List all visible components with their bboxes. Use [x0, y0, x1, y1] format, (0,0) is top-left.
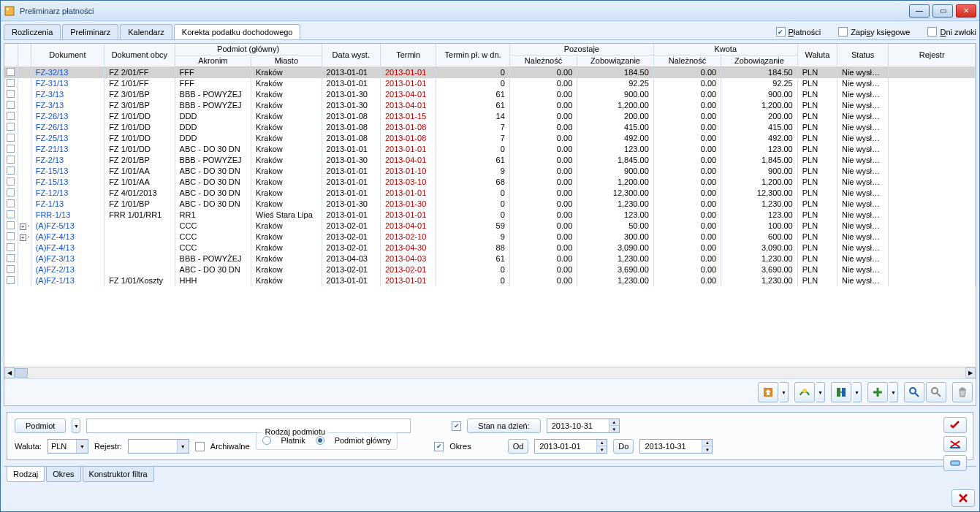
maximize-button[interactable]: ▭ — [932, 4, 953, 18]
table-row[interactable]: FZ-15/13FZ 1/01/AAABC - DO 30 DNKrakow20… — [4, 166, 976, 177]
checkbox-zapisy[interactable] — [838, 27, 848, 37]
close-button[interactable]: ✕ — [956, 4, 976, 18]
col-akronim[interactable]: Akronim — [175, 56, 251, 67]
tab-rozliczenia[interactable]: Rozliczenia — [4, 24, 61, 39]
checkbox-platnosci[interactable]: ✔ — [776, 27, 786, 37]
col-dok-obcy[interactable]: Dokument obcy — [105, 44, 175, 67]
col-k-naleznosc[interactable]: Należność — [653, 56, 721, 67]
preliminarz-window: Preliminarz płatności — ▭ ✕ Rozliczenia … — [0, 0, 980, 512]
scroll-right[interactable]: ▶ — [965, 367, 976, 378]
btab-okres[interactable]: Okres — [46, 467, 80, 482]
action-ksieguj-dd[interactable]: ▼ — [780, 382, 789, 402]
checkbox-zwloki[interactable] — [927, 27, 937, 37]
action-link-button[interactable] — [831, 382, 851, 402]
col-podmiot-grp[interactable]: Podmiot (główny) — [175, 44, 322, 56]
od-button[interactable]: Od — [508, 439, 529, 454]
zoom2-button[interactable] — [926, 382, 946, 402]
waluta-label: Waluta: — [15, 442, 42, 451]
svg-point-3 — [802, 389, 807, 393]
archiwalne-label: Archiwalne — [210, 442, 250, 451]
action-reconcile-dd[interactable]: ▼ — [816, 382, 825, 402]
col-p-naleznosc[interactable]: Należność — [509, 56, 577, 67]
rodzaj-podmiotu-group: Rodzaj podmiotu Płatnik Podmiot główny — [256, 432, 398, 450]
table-row[interactable]: (A)FZ-2/13ABC - DO 30 DNKrakow2013-02-01… — [4, 264, 976, 275]
table-row[interactable]: FZ-3/13FZ 3/01/BPBBB - POWYŻEJKraków2013… — [4, 100, 976, 111]
table-row[interactable]: (A)FZ-3/13BBB - POWYŻEJKraków2013-04-032… — [4, 253, 976, 264]
svg-point-6 — [910, 388, 916, 394]
radio-platnik[interactable] — [262, 436, 271, 445]
do-date[interactable]: 2013-10-31▲▼ — [639, 439, 713, 454]
stan-na-date[interactable]: 2013-10-31▲▼ — [547, 419, 620, 433]
table-row[interactable]: (A)FZ-4/13CCCKraków2013-02-012013-04-308… — [4, 242, 976, 253]
scroll-left[interactable]: ◀ — [4, 367, 15, 378]
col-waluta[interactable]: Waluta — [797, 44, 837, 67]
svg-rect-8 — [951, 461, 960, 465]
checkbox-archiwalne[interactable] — [195, 442, 205, 451]
podmiot-input[interactable] — [86, 419, 411, 433]
apply-filter-button[interactable] — [943, 417, 967, 433]
tab-korekta[interactable]: Korekta podatku dochodowego — [174, 24, 301, 39]
minimize-button[interactable]: — — [909, 4, 930, 18]
tab-kalendarz[interactable]: Kalendarz — [120, 24, 172, 39]
table-row[interactable]: FZ-25/13FZ 1/01/DDDDDKraków2013-01-08201… — [4, 133, 976, 144]
table-row[interactable]: FZ-32/13FZ 2/01/FFFFFKraków2013-01-01201… — [4, 67, 976, 79]
rejestr-combo[interactable]: ▼ — [128, 439, 189, 454]
table-row[interactable]: FZ-26/13FZ 1/01/DDDDDKraków2013-01-08201… — [4, 122, 976, 133]
btab-konstruktor[interactable]: Konstruktor filtra — [83, 467, 154, 482]
table-row[interactable]: FZ-1/13FZ 1/01/BPABC - DO 30 DNKrakow201… — [4, 199, 976, 210]
table-row[interactable]: FZ-26/13FZ 1/01/DDDDDKraków2013-01-08201… — [4, 111, 976, 122]
waluta-combo[interactable]: PLN▼ — [48, 439, 88, 454]
table-row[interactable]: +(A)FZ-4/13CCCKraków2013-02-012013-02-10… — [4, 232, 976, 242]
action-ksieguj-button[interactable] — [758, 382, 778, 402]
add-dd[interactable]: ▼ — [889, 382, 898, 402]
zoom-button[interactable] — [904, 382, 924, 402]
col-pozostaje[interactable]: Pozostaje — [509, 44, 653, 56]
action-link-dd[interactable]: ▼ — [853, 382, 862, 402]
col-status[interactable]: Status — [837, 44, 888, 67]
col-k-zobow[interactable]: Zobowiązanie — [721, 56, 798, 67]
col-termin-dn[interactable]: Termin pł. w dn. — [436, 44, 509, 67]
window-title: Preliminarz płatności — [20, 7, 909, 15]
checkbox-okres[interactable]: ✔ — [434, 442, 444, 451]
checkbox-stan-na[interactable]: ✔ — [452, 421, 461, 431]
col-rejestr[interactable]: Rejestr — [889, 44, 976, 67]
action-reconcile-button[interactable] — [794, 382, 815, 402]
table-row[interactable]: +(A)FZ-5/13CCCKraków2013-02-012013-04-01… — [4, 221, 976, 232]
h-scrollbar[interactable]: ◀ ▶ — [4, 367, 976, 378]
col-dokument[interactable]: Dokument — [31, 44, 104, 67]
expand-filter-button[interactable] — [943, 455, 967, 471]
col-kwota[interactable]: Kwota — [653, 44, 797, 56]
table-row[interactable]: FZ-15/13FZ 1/01/AAABC - DO 30 DNKrakow20… — [4, 177, 976, 188]
col-data-wyst[interactable]: Data wyst. — [322, 44, 380, 67]
titlebar: Preliminarz płatności — ▭ ✕ — [1, 1, 979, 21]
bottom-tabs: Rodzaj Okres Konstruktor filtra — [4, 466, 976, 482]
col-miasto[interactable]: Miasto — [251, 56, 322, 67]
od-date[interactable]: 2013-01-01▲▼ — [534, 439, 607, 454]
close-form-button[interactable] — [951, 489, 975, 507]
filter-panel: Podmiot ▼ ✔ Stan na dzień: 2013-10-31▲▼ … — [7, 412, 973, 460]
svg-rect-5 — [842, 388, 846, 397]
col-p-zobow[interactable]: Zobowiązanie — [577, 56, 654, 67]
table-row[interactable]: FZ-3/13FZ 3/01/BPBBB - POWYŻEJKraków2013… — [4, 89, 976, 100]
table-row[interactable]: (A)FZ-1/13FZ 1/01/KosztyHHHKraków2013-01… — [4, 275, 976, 286]
svg-rect-0 — [5, 7, 14, 15]
scroll-thumb[interactable] — [15, 368, 28, 378]
btab-rodzaj[interactable]: Rodzaj — [7, 467, 45, 482]
do-button[interactable]: Do — [613, 439, 634, 454]
clear-filter-button[interactable] — [943, 436, 967, 452]
radio-podmiot-glowny[interactable] — [316, 436, 324, 445]
delete-button[interactable] — [952, 382, 973, 402]
tab-preliminarz[interactable]: Preliminarz — [62, 24, 118, 39]
table-row[interactable]: FRR-1/13FRR 1/01/RR1RR1Wieś Stara Lipa20… — [4, 210, 976, 221]
podmiot-button[interactable]: Podmiot — [15, 419, 66, 433]
label-platnosci: Płatności — [789, 28, 821, 37]
table-row[interactable]: FZ-12/13FZ 4/01/2013ABC - DO 30 DNKrakow… — [4, 188, 976, 199]
add-button[interactable] — [867, 382, 888, 402]
grid-scroll[interactable]: Dokument Dokument obcy Podmiot (główny) … — [4, 44, 976, 367]
table-row[interactable]: FZ-31/13FZ 1/01/FFFFFKraków2013-01-01201… — [4, 78, 976, 89]
stan-na-button[interactable]: Stan na dzień: — [467, 419, 540, 433]
table-row[interactable]: FZ-21/13FZ 1/01/DDABC - DO 30 DNKrakow20… — [4, 144, 976, 155]
col-termin[interactable]: Termin — [380, 44, 436, 67]
podmiot-dd[interactable]: ▼ — [72, 419, 80, 433]
table-row[interactable]: FZ-2/13FZ 2/01/BPBBB - POWYŻEJKraków2013… — [4, 155, 976, 166]
